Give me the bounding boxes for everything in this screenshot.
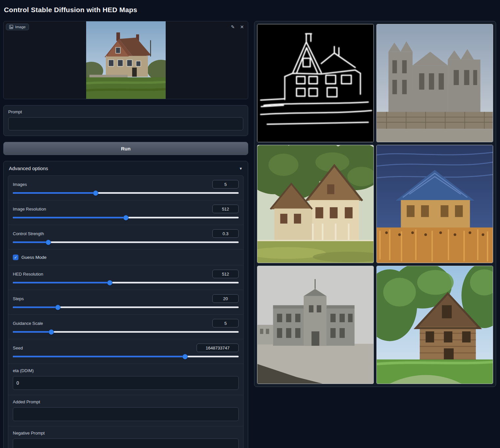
controls-column: Image ✎ ✕ — [3, 21, 248, 448]
guess-mode-checkbox[interactable]: ✓ — [13, 255, 18, 260]
steps-slider[interactable] — [13, 306, 239, 308]
seed-label: Seed — [13, 346, 23, 350]
guidance-scale-slider-handle[interactable] — [49, 329, 54, 335]
guidance-scale-label: Guidance Scale — [13, 321, 43, 326]
clear-image-button[interactable]: ✕ — [239, 23, 245, 31]
images-slider[interactable] — [13, 192, 239, 194]
hed-resolution-slider[interactable] — [13, 282, 239, 283]
images-label: Images — [13, 182, 27, 187]
chevron-down-icon: ▼ — [239, 167, 243, 170]
negative-prompt-label: Negative Prompt — [13, 431, 239, 436]
hed-resolution-value-input[interactable] — [212, 270, 239, 278]
hed-resolution-slider-handle[interactable] — [107, 280, 112, 285]
advanced-options-panel: Advanced options ▼ Images — [3, 161, 248, 448]
image-resolution-slider[interactable] — [13, 217, 239, 218]
seed-slider[interactable] — [13, 356, 239, 357]
main-columns: Image ✎ ✕ — [3, 21, 496, 448]
output-column — [254, 21, 496, 387]
control-strength-slider[interactable] — [13, 241, 239, 243]
prompt-label: Prompt — [8, 109, 243, 114]
page-title: Control Stable Diffusion with HED Maps — [4, 6, 496, 14]
eta-row: eta (DDIM) — [8, 364, 243, 395]
image-icon — [9, 25, 13, 29]
image-resolution-label: Image Resolution — [13, 207, 46, 212]
hed-resolution-label: HED Resolution — [13, 272, 43, 277]
advanced-options-header[interactable]: Advanced options ▼ — [4, 161, 248, 175]
image-resolution-value-input[interactable] — [212, 205, 239, 213]
guidance-scale-value-input[interactable] — [212, 319, 239, 327]
app-root: Control Stable Diffusion with HED Maps I… — [0, 0, 500, 448]
eta-input[interactable] — [13, 376, 239, 390]
images-slider-row: Images — [8, 176, 243, 200]
seed-slider-handle[interactable] — [182, 354, 188, 359]
steps-value-input[interactable] — [212, 294, 239, 303]
seed-slider-row: Seed — [8, 339, 243, 364]
hed-resolution-slider-row: HED Resolution — [8, 265, 243, 290]
advanced-options-body: Images Image Resolution — [8, 175, 244, 448]
control-strength-value-input[interactable] — [212, 229, 239, 238]
image-resolution-slider-handle[interactable] — [123, 215, 129, 220]
advanced-options-label: Advanced options — [9, 166, 48, 171]
images-value-input[interactable] — [212, 180, 239, 189]
gallery-image-wooden-house-lawn[interactable] — [376, 266, 493, 384]
control-strength-slider-row: Control Strength — [8, 225, 243, 250]
gallery-image-gothic-cathedral[interactable] — [376, 24, 493, 142]
image-actions: ✎ ✕ — [230, 23, 245, 31]
control-strength-label: Control Strength — [13, 231, 44, 236]
gallery-image-grayscale-building[interactable] — [257, 266, 374, 384]
negative-prompt-input[interactable] — [13, 438, 239, 448]
edit-image-button[interactable]: ✎ — [230, 23, 236, 31]
run-button[interactable]: Run — [3, 142, 248, 155]
gallery-image-hed-edge-map[interactable] — [257, 24, 374, 142]
image-label: Image — [15, 25, 26, 29]
guess-mode-label[interactable]: Guess Mode — [21, 255, 47, 260]
steps-slider-row: Steps — [8, 290, 243, 315]
input-image-panel[interactable]: Image ✎ ✕ — [3, 21, 248, 99]
image-resolution-slider-row: Image Resolution — [8, 200, 243, 225]
added-prompt-input[interactable] — [13, 407, 239, 421]
prompt-input[interactable] — [8, 117, 243, 130]
image-label-tab: Image — [6, 24, 29, 30]
images-slider-handle[interactable] — [93, 190, 98, 196]
steps-label: Steps — [13, 296, 24, 301]
gallery-image-stylized-building-painting[interactable] — [376, 145, 493, 263]
guidance-scale-slider-row: Guidance Scale — [8, 315, 243, 339]
added-prompt-row: Added Prompt — [8, 395, 243, 426]
added-prompt-label: Added Prompt — [13, 399, 239, 404]
guess-mode-row: ✓ Guess Mode — [8, 250, 243, 265]
prompt-panel: Prompt — [3, 105, 248, 136]
eta-label: eta (DDIM) — [13, 368, 239, 373]
input-image[interactable] — [86, 21, 166, 99]
output-gallery — [254, 21, 496, 387]
guidance-scale-slider[interactable] — [13, 331, 239, 333]
seed-value-input[interactable] — [197, 344, 239, 352]
gallery-image-victorian-house-painting[interactable] — [257, 145, 374, 263]
negative-prompt-row: Negative Prompt — [8, 426, 243, 448]
steps-slider-handle[interactable] — [55, 305, 60, 310]
control-strength-slider-handle[interactable] — [46, 240, 51, 245]
